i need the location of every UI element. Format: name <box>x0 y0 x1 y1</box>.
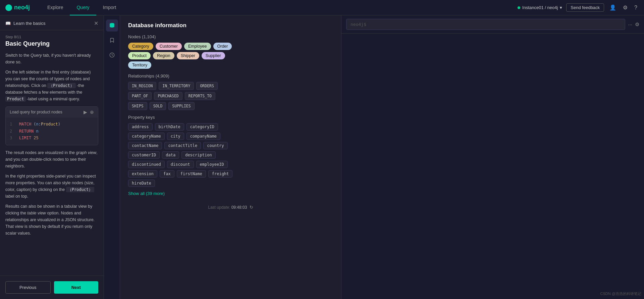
tutorial-header: 📖 Learn the basics ✕ <box>0 15 104 30</box>
last-update-time: 09:48:03 <box>231 205 247 210</box>
rel-tag-reports-to[interactable]: REPORTS_TO <box>185 92 215 100</box>
prop-tag-customerid[interactable]: customerID <box>128 151 160 159</box>
node-tags-row-3: Territory <box>128 61 333 69</box>
node-tag-supplier[interactable]: Supplier <box>202 52 225 59</box>
rel-tags-row-2: PART_OF PURCHASED REPORTS_TO <box>128 92 333 100</box>
code-block-header: Load query for product nodes ▶ ⊕ <box>6 107 98 117</box>
code-block-title: Load query for product nodes <box>10 110 62 114</box>
database-icon-btn[interactable] <box>106 19 118 32</box>
prop-tag-employeeid[interactable]: employeeID <box>196 161 228 168</box>
tutorial-close-button[interactable]: ✕ <box>94 20 98 27</box>
rel-tag-purchased[interactable]: PURCHASED <box>154 92 182 100</box>
prop-tag-firstname[interactable]: firstName <box>177 170 206 178</box>
top-nav: neo4j Explore Query Import Instance01 / … <box>0 0 644 15</box>
node-tags-row: Category Customer Employee Order <box>128 43 333 50</box>
node-tag-region[interactable]: Region <box>153 52 174 59</box>
node-tag-shipper[interactable]: Shipper <box>177 52 199 59</box>
previous-button[interactable]: Previous <box>5 281 51 294</box>
neo4j-logo-icon <box>5 4 12 11</box>
next-button[interactable]: Next <box>54 281 99 294</box>
prop-tag-extension[interactable]: extension <box>128 170 157 178</box>
prop-tag-description[interactable]: description <box>181 151 215 159</box>
tutorial-panel: 📖 Learn the basics ✕ Step 8/11 Basic Que… <box>0 15 104 299</box>
bookmark-icon-btn[interactable] <box>106 34 118 46</box>
prop-tags-row-1: address birthDate categoryID <box>128 123 333 131</box>
tutorial-para-1: On the left sidebar in the first entry (… <box>5 69 98 102</box>
relationships-section-title: Relationships (4,909) <box>128 73 333 79</box>
nav-logo: neo4j <box>5 4 30 11</box>
query-settings-icon[interactable]: ⚙ <box>635 21 639 28</box>
prop-tag-freight[interactable]: freight <box>208 170 233 178</box>
tab-import[interactable]: Import <box>96 0 123 15</box>
prop-tag-companyname[interactable]: companyName <box>186 133 220 140</box>
prop-tag-discount[interactable]: discount <box>167 161 194 168</box>
prop-tags-row-6: extension fax firstName freight <box>128 170 333 178</box>
user-icon[interactable]: 👤 <box>608 3 618 12</box>
settings-icon[interactable]: ⚙ <box>622 3 629 12</box>
book-icon: 📖 <box>5 21 11 26</box>
node-tag-customer[interactable]: Customer <box>156 43 182 50</box>
rel-tag-in-territory[interactable]: IN_TERRITORY <box>159 82 194 90</box>
rel-tag-sold[interactable]: SOLD <box>150 102 166 110</box>
tab-explore[interactable]: Explore <box>41 0 70 15</box>
sidebar-icons <box>104 15 120 299</box>
rel-tag-orders[interactable]: ORDERS <box>196 82 218 90</box>
prop-tags-row-2: categoryName city companyName <box>128 133 333 140</box>
instance-badge[interactable]: Instance01 / neo4j ▾ <box>518 5 562 10</box>
code-block-body: 1 MATCH (n:Product) 2 RETURN n 3 LIMIT 2… <box>6 117 98 145</box>
tab-query[interactable]: Query <box>70 0 96 15</box>
prop-tag-address[interactable]: address <box>128 123 153 131</box>
tutorial-title-row: 📖 Learn the basics <box>5 21 45 26</box>
prop-tag-contacttitle[interactable]: contactTitle <box>164 142 201 149</box>
node-tag-employee[interactable]: Employee <box>184 43 211 50</box>
prop-tag-discontinued[interactable]: discontinued <box>128 161 165 168</box>
copy-icon[interactable]: ⊕ <box>90 109 94 115</box>
prop-tag-data[interactable]: data <box>162 151 179 159</box>
tutorial-title: Learn the basics <box>13 21 45 26</box>
rel-tags-row-3: SHIPS SOLD SUPPLIES <box>128 102 333 110</box>
prop-tag-fax[interactable]: fax <box>160 170 174 178</box>
code-block-card: Load query for product nodes ▶ ⊕ 1 MATCH… <box>5 106 98 145</box>
prop-tag-city[interactable]: city <box>167 133 184 140</box>
prop-tag-categoryname[interactable]: categoryName <box>128 133 165 140</box>
code-line-1: 1 MATCH (n:Product) <box>10 121 94 128</box>
tutorial-content: Step 8/11 Basic Querying Switch to the Q… <box>0 30 104 276</box>
run-icon[interactable]: ▶ <box>84 109 87 115</box>
nav-right: Instance01 / neo4j ▾ Send feedback 👤 ⚙ ? <box>518 3 639 12</box>
tutorial-footer: Previous Next <box>0 276 104 299</box>
send-feedback-button[interactable]: Send feedback <box>566 3 604 12</box>
tutorial-para-4: Results can also be shown in a tabular v… <box>5 203 98 237</box>
logo-text: neo4j <box>14 4 30 11</box>
tutorial-heading: Basic Querying <box>5 40 98 47</box>
prop-tag-birthdate[interactable]: birthDate <box>155 123 184 131</box>
node-tag-order[interactable]: Order <box>213 43 232 50</box>
help-icon[interactable]: ? <box>633 3 639 12</box>
instance-label: Instance01 / neo4j <box>522 5 558 10</box>
rel-tag-ships[interactable]: SHIPS <box>128 102 147 110</box>
prop-tag-contactname[interactable]: contactName <box>128 142 162 149</box>
history-icon-btn[interactable] <box>106 49 118 61</box>
prop-tag-country[interactable]: country <box>203 142 228 149</box>
chevron-down-icon: ▾ <box>560 5 562 10</box>
node-tag-category[interactable]: Category <box>128 43 153 50</box>
show-more-button[interactable]: Show all (39 more) <box>128 189 165 198</box>
node-tag-territory[interactable]: Territory <box>128 61 151 69</box>
node-tag-product[interactable]: Product <box>128 52 151 59</box>
rel-tag-in-region[interactable]: IN_REGION <box>128 82 156 90</box>
rel-tag-supplies[interactable]: SUPPLIES <box>168 102 194 110</box>
query-more-icon[interactable]: ··· <box>628 21 632 27</box>
main-layout: 📖 Learn the basics ✕ Step 8/11 Basic Que… <box>0 15 644 299</box>
tutorial-para-2: The result nodes are visualized in the g… <box>5 149 98 169</box>
refresh-icon[interactable]: ↻ <box>250 205 253 210</box>
tutorial-para-3: In the right properties side-panel you c… <box>5 173 98 200</box>
node-tags-row-2: Product Region Shipper Supplier <box>128 52 333 59</box>
watermark: CSDN @浩浩的科研笔记 <box>600 291 641 296</box>
prop-tag-hiredate[interactable]: hireDate <box>128 180 155 187</box>
db-panel-title: Database information <box>128 22 333 29</box>
rel-tag-part-of[interactable]: PART_OF <box>128 92 152 100</box>
prop-tag-categoryid[interactable]: categoryID <box>186 123 218 131</box>
query-input[interactable] <box>346 19 625 30</box>
query-panel: ··· ⚙ <box>341 15 644 299</box>
last-update-label: Last update: <box>208 205 230 210</box>
code-line-2: 2 RETURN n <box>10 128 94 135</box>
